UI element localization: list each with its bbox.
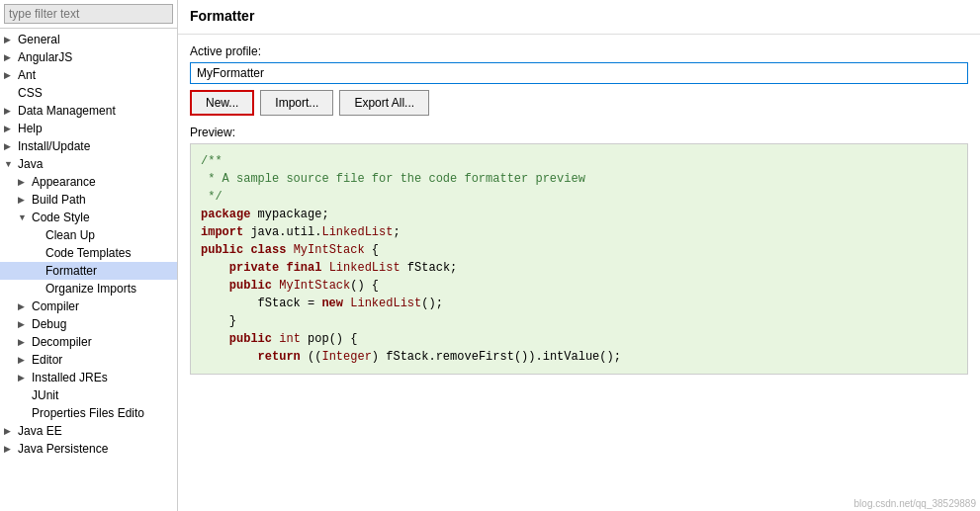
code-line: private final LinkedList fStack; xyxy=(201,259,957,277)
tree-arrow-help: ▶ xyxy=(4,124,16,133)
tree-label-data-management: Data Management xyxy=(18,104,173,118)
tree-arrow-editor: ▶ xyxy=(18,355,30,365)
sidebar-item-build-path[interactable]: ▶Build Path xyxy=(0,191,177,209)
code-line: public class MyIntStack { xyxy=(201,241,957,259)
tree-label-editor: Editor xyxy=(32,353,173,367)
watermark: blog.csdn.net/qq_38529889 xyxy=(854,498,976,509)
button-row: New... Import... Export All... xyxy=(190,90,968,116)
sidebar-item-junit[interactable]: JUnit xyxy=(0,386,177,404)
preview-label: Preview: xyxy=(190,126,968,139)
tree-arrow-java-persistence: ▶ xyxy=(4,444,16,454)
sidebar-item-code-style[interactable]: ▼Code Style xyxy=(0,209,177,226)
code-line: } xyxy=(201,312,957,330)
sidebar-item-editor[interactable]: ▶Editor xyxy=(0,351,177,369)
tree-label-general: General xyxy=(18,33,173,46)
tree-label-java-ee: Java EE xyxy=(18,424,173,438)
tree-arrow-angularjs: ▶ xyxy=(4,52,16,62)
page-title: Formatter xyxy=(190,8,968,24)
code-line: public MyIntStack() { xyxy=(201,277,957,295)
content-header: Formatter xyxy=(178,0,980,35)
export-all-button[interactable]: Export All... xyxy=(339,90,429,116)
tree-arrow-install-update: ▶ xyxy=(4,141,16,151)
tree-label-code-templates: Code Templates xyxy=(45,246,173,260)
sidebar-item-ant[interactable]: ▶Ant xyxy=(0,66,177,84)
tree-arrow-java-ee: ▶ xyxy=(4,426,16,436)
tree-label-install-update: Install/Update xyxy=(18,139,173,153)
tree-arrow-general: ▶ xyxy=(4,35,16,44)
tree-label-formatter: Formatter xyxy=(45,264,173,278)
sidebar-item-java-ee[interactable]: ▶Java EE xyxy=(0,422,177,440)
tree-label-code-style: Code Style xyxy=(32,211,173,224)
sidebar-item-general[interactable]: ▶General xyxy=(0,31,177,48)
tree-label-debug: Debug xyxy=(32,317,173,331)
sidebar-item-debug[interactable]: ▶Debug xyxy=(0,315,177,333)
tree-label-ant: Ant xyxy=(18,68,173,82)
sidebar-item-formatter[interactable]: Formatter xyxy=(0,262,177,280)
sidebar-item-java[interactable]: ▼Java xyxy=(0,155,177,173)
sidebar-item-organize-imports[interactable]: Organize Imports xyxy=(0,280,177,298)
tree-label-java-persistence: Java Persistence xyxy=(18,442,173,456)
tree-label-compiler: Compiler xyxy=(32,299,173,313)
sidebar-item-decompiler[interactable]: ▶Decompiler xyxy=(0,333,177,351)
tree-arrow-ant: ▶ xyxy=(4,70,16,80)
code-line: * A sample source file for the code form… xyxy=(201,170,957,188)
tree-label-angularjs: AngularJS xyxy=(18,50,173,64)
tree-label-junit: JUnit xyxy=(32,388,173,402)
sidebar-item-install-update[interactable]: ▶Install/Update xyxy=(0,137,177,155)
preview-area: /** * A sample source file for the code … xyxy=(190,143,968,375)
tree-label-clean-up: Clean Up xyxy=(45,228,173,242)
code-line: fStack = new LinkedList(); xyxy=(201,295,957,312)
sidebar-item-appearance[interactable]: ▶Appearance xyxy=(0,173,177,191)
sidebar-item-data-management[interactable]: ▶Data Management xyxy=(0,102,177,120)
filter-wrapper xyxy=(0,0,177,29)
tree-label-decompiler: Decompiler xyxy=(32,335,173,349)
tree-label-installed-jres: Installed JREs xyxy=(32,371,173,384)
tree-label-help: Help xyxy=(18,122,173,135)
tree-arrow-installed-jres: ▶ xyxy=(18,373,30,383)
sidebar-item-installed-jres[interactable]: ▶Installed JREs xyxy=(0,369,177,386)
tree-label-organize-imports: Organize Imports xyxy=(45,282,173,296)
tree-arrow-code-style: ▼ xyxy=(18,213,30,222)
profile-input[interactable] xyxy=(190,62,968,84)
tree-arrow-compiler: ▶ xyxy=(18,301,30,311)
tree-label-css: CSS xyxy=(18,86,173,100)
tree-arrow-decompiler: ▶ xyxy=(18,337,30,347)
sidebar-item-code-templates[interactable]: Code Templates xyxy=(0,244,177,262)
tree-arrow-debug: ▶ xyxy=(18,319,30,329)
sidebar-item-angularjs[interactable]: ▶AngularJS xyxy=(0,48,177,66)
sidebar: ▶General▶AngularJS▶AntCSS▶Data Managemen… xyxy=(0,0,178,511)
tree-label-appearance: Appearance xyxy=(32,175,173,189)
code-line: package mypackage; xyxy=(201,206,957,223)
tree: ▶General▶AngularJS▶AntCSS▶Data Managemen… xyxy=(0,29,177,511)
tree-arrow-java: ▼ xyxy=(4,159,16,169)
tree-arrow-appearance: ▶ xyxy=(18,177,30,187)
tree-arrow-data-management: ▶ xyxy=(4,106,16,116)
content-body: Active profile: New... Import... Export … xyxy=(178,35,980,511)
active-profile-label: Active profile: xyxy=(190,44,968,58)
sidebar-item-help[interactable]: ▶Help xyxy=(0,120,177,137)
main-content: Formatter Active profile: New... Import.… xyxy=(178,0,980,511)
sidebar-item-compiler[interactable]: ▶Compiler xyxy=(0,298,177,315)
code-line: */ xyxy=(201,188,957,206)
code-line: /** xyxy=(201,152,957,170)
import-button[interactable]: Import... xyxy=(260,90,333,116)
tree-label-build-path: Build Path xyxy=(32,193,173,207)
code-line: public int pop() { xyxy=(201,330,957,348)
sidebar-item-java-persistence[interactable]: ▶Java Persistence xyxy=(0,440,177,458)
sidebar-item-clean-up[interactable]: Clean Up xyxy=(0,226,177,244)
tree-label-properties-files: Properties Files Edito xyxy=(32,406,173,420)
new-button[interactable]: New... xyxy=(190,90,254,116)
sidebar-item-css[interactable]: CSS xyxy=(0,84,177,102)
tree-label-java: Java xyxy=(18,157,173,171)
code-line: import java.util.LinkedList; xyxy=(201,223,957,241)
filter-input[interactable] xyxy=(4,4,173,24)
sidebar-item-properties-files[interactable]: Properties Files Edito xyxy=(0,404,177,422)
code-line: return ((Integer) fStack.removeFirst()).… xyxy=(201,348,957,366)
tree-arrow-build-path: ▶ xyxy=(18,195,30,205)
